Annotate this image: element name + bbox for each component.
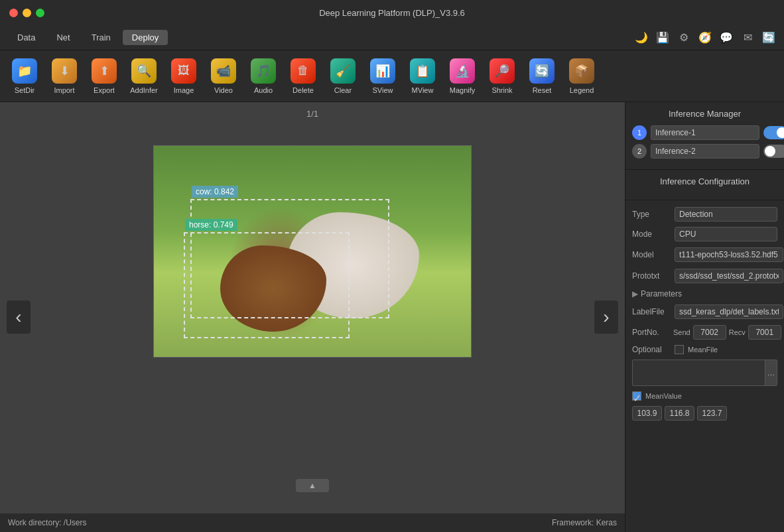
- import-label: Import: [54, 86, 74, 94]
- title-bar: Deep Learning Platform (DLP)_V3.9.6: [0, 0, 784, 25]
- minimize-button[interactable]: [23, 9, 31, 17]
- addinfer-button[interactable]: 🔍 AddInfer: [125, 54, 163, 99]
- toolbar: 📁 SetDir ⬇ Import ⬆ Export 🔍 AddInfer 🖼 …: [0, 50, 784, 102]
- inference-1-toggle[interactable]: [763, 126, 784, 139]
- mode-select[interactable]: CPU GPU: [675, 227, 777, 241]
- detection-label-cow: cow: 0.842: [192, 186, 238, 198]
- setdir-icon: 📁: [12, 58, 37, 84]
- menu-item-deploy[interactable]: Deploy: [123, 30, 168, 45]
- sview-icon: 📊: [370, 58, 395, 84]
- inference-config-section-title: Inference Configuration: [625, 170, 784, 200]
- export-button[interactable]: ⬆ Export: [85, 54, 123, 99]
- main-image: cow: 0.842 horse: 0.749: [153, 145, 472, 358]
- inference-2-number: 2: [632, 144, 647, 159]
- reset-icon: 🔄: [529, 58, 555, 84]
- image-label: Image: [174, 86, 194, 94]
- legend-icon: 📦: [569, 58, 594, 84]
- page-indicator: 1/1: [306, 109, 318, 119]
- shrink-button[interactable]: 🔎 Shrink: [483, 54, 521, 99]
- inference-config-section: Type Detection Classification Segmentati…: [625, 200, 784, 532]
- traffic-lights: [9, 9, 44, 17]
- mail-icon[interactable]: ✉: [740, 31, 755, 44]
- video-label: Video: [214, 86, 233, 94]
- inference-1-name-input[interactable]: [651, 125, 759, 140]
- portno-label: PortNo.: [632, 328, 671, 337]
- export-label: Export: [94, 86, 115, 94]
- save-icon[interactable]: 💾: [655, 31, 670, 44]
- compass-icon[interactable]: 🧭: [698, 31, 712, 44]
- status-bar: Work directory: /Users Framework: Keras: [0, 513, 625, 532]
- audio-icon: 🎵: [251, 58, 276, 84]
- prototxt-row: Prototxt …: [632, 268, 777, 284]
- parameters-row[interactable]: ▶ Parameters: [632, 289, 777, 299]
- mode-label: Mode: [632, 230, 671, 239]
- magnify-button[interactable]: 🔬 Magnify: [443, 54, 482, 99]
- mean-value-inputs: [632, 406, 777, 421]
- magnify-icon: 🔬: [450, 58, 475, 84]
- delete-button[interactable]: 🗑 Delete: [284, 54, 322, 99]
- scroll-up-button[interactable]: ▲: [296, 479, 329, 492]
- detection-box-horse: horse: 0.749: [184, 232, 350, 338]
- menu-item-net[interactable]: Net: [47, 30, 79, 45]
- detection-label-horse: horse: 0.749: [185, 219, 237, 231]
- import-button[interactable]: ⬇ Import: [45, 54, 84, 99]
- moon-icon[interactable]: 🌙: [634, 31, 649, 44]
- portno-row: PortNo. Send Recv: [632, 325, 777, 340]
- meanfile-checkbox[interactable]: [675, 345, 684, 354]
- refresh-icon[interactable]: 🔄: [761, 31, 776, 44]
- image-container: cow: 0.842 horse: 0.749: [153, 145, 472, 358]
- optional-row: Optional MeanFile: [632, 345, 777, 354]
- type-select[interactable]: Detection Classification Segmentation: [675, 207, 777, 222]
- maximize-button[interactable]: [36, 9, 44, 17]
- clear-label: Clear: [334, 86, 352, 94]
- mview-icon: 📋: [410, 58, 435, 84]
- nav-next-button[interactable]: ›: [594, 300, 618, 334]
- chat-icon[interactable]: 💬: [719, 31, 734, 44]
- meanfile-scroll-area: …: [632, 360, 777, 386]
- inference-2-toggle[interactable]: [763, 145, 784, 158]
- menu-bar: Data Net Train Deploy 🌙 💾 ⚙ 🧭 💬 ✉ 🔄: [0, 25, 784, 50]
- clear-button[interactable]: 🧹 Clear: [324, 54, 362, 99]
- mean-value-2-input[interactable]: [665, 406, 694, 421]
- inference-1-row: 1 🗑: [632, 125, 777, 140]
- inference-2-name-input[interactable]: [651, 144, 759, 159]
- image-button[interactable]: 🖼 Image: [164, 54, 203, 99]
- audio-button[interactable]: 🎵 Audio: [244, 54, 283, 99]
- reset-button[interactable]: 🔄 Reset: [523, 54, 561, 99]
- meanvalue-checkbox[interactable]: ✓: [632, 391, 641, 401]
- framework-label: Framework: Keras: [552, 518, 617, 527]
- menu-item-data[interactable]: Data: [8, 30, 44, 45]
- reset-label: Reset: [533, 86, 552, 94]
- nav-prev-button[interactable]: ‹: [7, 300, 31, 334]
- video-button[interactable]: 📹 Video: [204, 54, 243, 99]
- inference-manager-section: Inference Manager 1 🗑 2 🗑: [625, 102, 784, 170]
- export-icon: ⬆: [92, 58, 117, 84]
- magnify-label: Magnify: [450, 86, 476, 94]
- labelfile-row: LabelFile …: [632, 304, 777, 320]
- scroll-right-button[interactable]: …: [765, 360, 777, 385]
- inference-1-number: 1: [632, 125, 647, 140]
- menu-item-train[interactable]: Train: [82, 30, 120, 45]
- prototxt-input[interactable]: [675, 269, 783, 283]
- shrink-label: Shrink: [491, 86, 512, 94]
- params-label: Parameters: [641, 289, 682, 299]
- prototxt-label: Prototxt: [632, 271, 671, 281]
- recv-port-input[interactable]: [748, 325, 781, 340]
- mean-value-3-input[interactable]: [697, 406, 727, 421]
- video-icon: 📹: [211, 58, 236, 84]
- mview-button[interactable]: 📋 MView: [403, 54, 442, 99]
- labelfile-input[interactable]: [675, 304, 783, 319]
- main-content: 1/1 ‹ cow: 0.842 horse: 0.749: [0, 102, 784, 532]
- setdir-button[interactable]: 📁 SetDir: [5, 54, 44, 99]
- inference-config-title: Inference Configuration: [632, 176, 777, 186]
- send-port-input[interactable]: [693, 325, 726, 340]
- recv-label: Recv: [729, 328, 746, 336]
- legend-button[interactable]: 📦 Legend: [562, 54, 601, 99]
- close-button[interactable]: [9, 9, 18, 17]
- settings-icon[interactable]: ⚙: [677, 31, 691, 44]
- window-title: Deep Learning Platform (DLP)_V3.9.6: [319, 8, 465, 18]
- sview-button[interactable]: 📊 SView: [363, 54, 402, 99]
- mean-value-1-input[interactable]: [632, 406, 662, 421]
- model-input[interactable]: [675, 247, 783, 262]
- clear-icon: 🧹: [330, 58, 356, 84]
